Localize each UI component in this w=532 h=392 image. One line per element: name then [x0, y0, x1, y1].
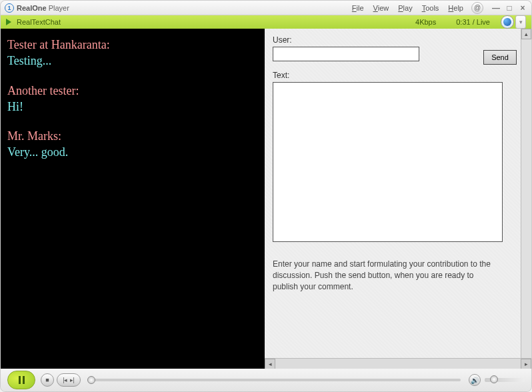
instructions-text: Enter your name and start formulating yo… [273, 259, 499, 292]
play-indicator-icon [6, 19, 11, 25]
close-button[interactable]: × [518, 3, 527, 13]
window-controls: — □ × [491, 3, 527, 13]
send-button[interactable]: Send [483, 50, 517, 65]
stop-button[interactable]: ■ [41, 373, 54, 387]
horizontal-scrollbar[interactable]: ◂ ▸ [265, 358, 531, 369]
prev-next-button[interactable]: |◂ ▸| [57, 373, 81, 387]
app-title: RealOne Player [17, 4, 69, 12]
menubar: File View Play Tools Help @ — □ × [348, 2, 527, 14]
globe-icon [503, 18, 511, 26]
chat-username: Mr. Marks: [7, 128, 258, 144]
user-input[interactable] [273, 47, 419, 61]
vertical-scrollbar[interactable]: ▴ ▾ [521, 29, 531, 369]
chat-text: Very... good. [7, 144, 258, 160]
maximize-button[interactable]: □ [505, 3, 514, 13]
chat-message: Mr. Marks: Very... good. [7, 128, 258, 161]
next-icon: ▸| [70, 377, 75, 383]
globe-dropdown[interactable]: ▾ [515, 15, 526, 29]
pause-icon [19, 376, 25, 384]
scroll-right-button[interactable]: ▸ [521, 359, 531, 369]
play-time: 0:31 / Live [456, 18, 490, 26]
bitrate: 4Kbps [415, 18, 436, 26]
scroll-left-button[interactable]: ◂ [265, 359, 275, 369]
pause-button[interactable] [7, 371, 35, 389]
user-label: User: [273, 35, 522, 45]
seek-slider[interactable] [89, 379, 461, 381]
at-button[interactable]: @ [471, 2, 483, 14]
app-window: 1 RealOne Player File View Play Tools He… [0, 0, 532, 392]
volume-knob[interactable] [490, 375, 498, 383]
menu-file[interactable]: File [348, 3, 368, 13]
chat-message: Another tester: Hi! [7, 83, 258, 115]
app-logo-icon: 1 [5, 3, 14, 13]
menu-help[interactable]: Help [444, 3, 467, 13]
status-bar: RealTextChat 4Kbps 0:31 / Live ▾ [1, 15, 531, 29]
minimize-button[interactable]: — [491, 3, 501, 13]
menu-play[interactable]: Play [394, 3, 416, 13]
scroll-track[interactable] [275, 359, 521, 369]
text-label: Text: [273, 71, 522, 80]
volume-slider[interactable] [485, 378, 525, 382]
chat-text: Hi! [7, 99, 258, 115]
chat-text: Testing... [7, 53, 258, 69]
chat-username: Tester at Hankaranta: [7, 37, 258, 53]
chat-display: Tester at Hankaranta: Testing... Another… [1, 29, 265, 369]
titlebar: 1 RealOne Player File View Play Tools He… [1, 1, 531, 15]
globe-button[interactable] [501, 15, 514, 29]
scroll-up-button[interactable]: ▴ [521, 29, 531, 39]
input-pane: ▴ ▾ User: Send Text: Enter your name and… [265, 29, 531, 369]
content-area: Tester at Hankaranta: Testing... Another… [1, 29, 531, 369]
menu-view[interactable]: View [369, 3, 393, 13]
chat-username: Another tester: [7, 83, 258, 99]
volume-button[interactable]: 🔊 [469, 374, 481, 386]
stream-title: RealTextChat [17, 18, 61, 26]
playback-controls: ■ |◂ ▸| 🔊 [1, 369, 531, 391]
chat-message: Tester at Hankaranta: Testing... [7, 37, 258, 69]
prev-icon: |◂ [63, 377, 67, 383]
text-input[interactable] [273, 82, 503, 242]
menu-tools[interactable]: Tools [418, 3, 443, 13]
seek-knob[interactable] [87, 376, 95, 384]
